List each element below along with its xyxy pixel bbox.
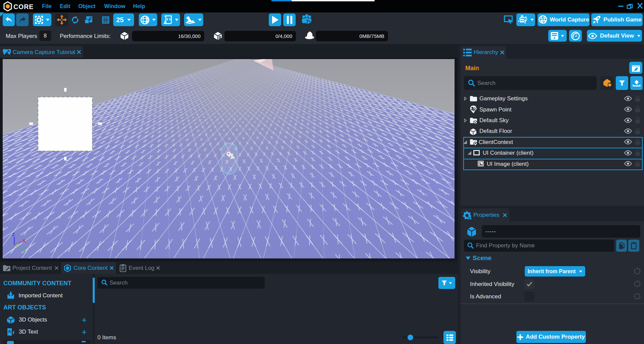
svg-text:A: A [8,329,11,334]
svg-text:X: X [23,238,26,243]
svg-text:Z: Z [12,232,15,237]
svg-text:CORE: CORE [13,3,34,10]
svg-text:Y: Y [23,248,26,253]
